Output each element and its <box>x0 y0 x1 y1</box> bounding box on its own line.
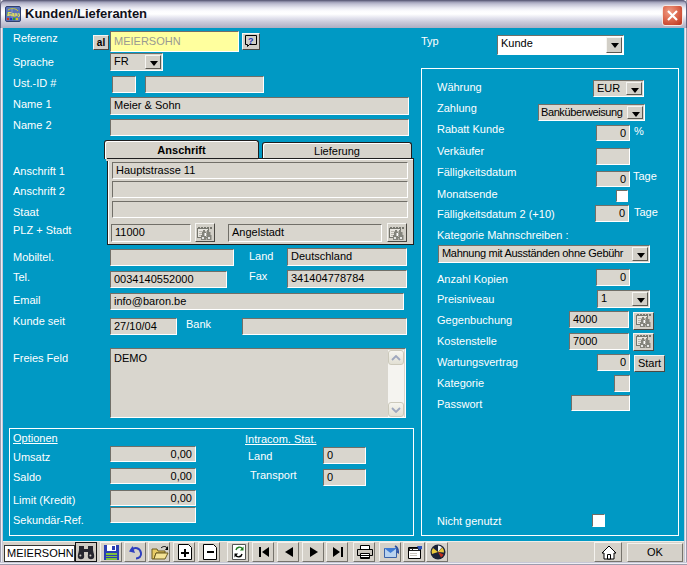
svg-text:?: ? <box>248 36 254 46</box>
svg-text:Easy: Easy <box>7 11 20 17</box>
